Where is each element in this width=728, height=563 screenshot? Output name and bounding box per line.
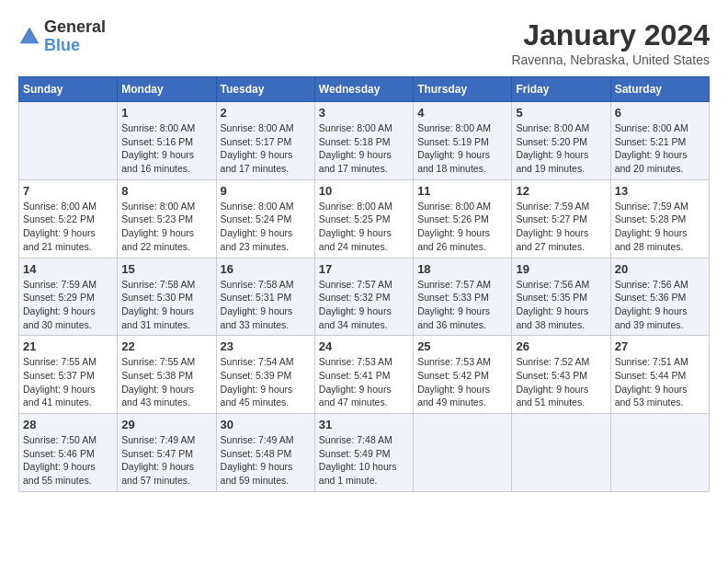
daylight-hours: Daylight: 9 hours and 27 minutes. bbox=[516, 226, 606, 253]
day-info: Sunrise: 7:55 AMSunset: 5:37 PMDaylight:… bbox=[23, 355, 113, 409]
sunset-time: Sunset: 5:24 PM bbox=[221, 213, 311, 226]
calendar: Sunday Monday Tuesday Wednesday Thursday… bbox=[18, 76, 710, 492]
daylight-hours: Daylight: 9 hours and 49 minutes. bbox=[417, 383, 507, 409]
sunrise-time: Sunrise: 7:55 AM bbox=[23, 355, 113, 369]
table-row: 22Sunrise: 7:55 AMSunset: 5:38 PMDayligh… bbox=[118, 336, 216, 414]
sunset-time: Sunset: 5:44 PM bbox=[615, 369, 705, 383]
table-row: 15Sunrise: 7:58 AMSunset: 5:30 PMDayligh… bbox=[118, 258, 216, 336]
table-row: 19Sunrise: 7:56 AMSunset: 5:35 PMDayligh… bbox=[512, 258, 610, 336]
daylight-hours: Daylight: 9 hours and 57 minutes. bbox=[121, 460, 211, 487]
daylight-hours: Daylight: 9 hours and 38 minutes. bbox=[516, 304, 606, 331]
day-info: Sunrise: 8:00 AMSunset: 5:19 PMDaylight:… bbox=[417, 121, 507, 176]
month-title: January 2024 bbox=[511, 18, 710, 52]
sunrise-time: Sunrise: 8:00 AM bbox=[221, 121, 311, 135]
col-thursday: Thursday bbox=[414, 77, 512, 102]
daylight-hours: Daylight: 9 hours and 22 minutes. bbox=[121, 226, 211, 253]
sunrise-time: Sunrise: 8:00 AM bbox=[23, 200, 113, 213]
col-wednesday: Wednesday bbox=[314, 77, 413, 102]
day-info: Sunrise: 7:56 AMSunset: 5:36 PMDaylight:… bbox=[615, 278, 705, 332]
day-number: 19 bbox=[516, 262, 606, 276]
sunrise-time: Sunrise: 7:58 AM bbox=[221, 278, 311, 292]
page-header: General Blue January 2024 Ravenna, Nebra… bbox=[18, 18, 710, 67]
table-row: 12Sunrise: 7:59 AMSunset: 5:27 PMDayligh… bbox=[512, 179, 610, 258]
day-info: Sunrise: 8:00 AMSunset: 5:24 PMDaylight:… bbox=[221, 200, 311, 254]
table-row: 6Sunrise: 8:00 AMSunset: 5:21 PMDaylight… bbox=[610, 102, 709, 180]
sunrise-time: Sunrise: 7:57 AM bbox=[319, 278, 409, 292]
table-row: 25Sunrise: 7:53 AMSunset: 5:42 PMDayligh… bbox=[414, 336, 512, 414]
table-row: 11Sunrise: 8:00 AMSunset: 5:26 PMDayligh… bbox=[414, 179, 512, 258]
day-info: Sunrise: 7:54 AMSunset: 5:39 PMDaylight:… bbox=[221, 355, 311, 409]
day-number: 1 bbox=[121, 106, 211, 120]
logo-icon bbox=[18, 26, 40, 48]
day-info: Sunrise: 7:55 AMSunset: 5:38 PMDaylight:… bbox=[121, 355, 211, 409]
daylight-hours: Daylight: 9 hours and 30 minutes. bbox=[23, 304, 113, 331]
calendar-row: 21Sunrise: 7:55 AMSunset: 5:37 PMDayligh… bbox=[19, 336, 710, 414]
sunrise-time: Sunrise: 7:49 AM bbox=[121, 433, 211, 447]
calendar-row: 14Sunrise: 7:59 AMSunset: 5:29 PMDayligh… bbox=[19, 258, 710, 336]
sunset-time: Sunset: 5:21 PM bbox=[615, 135, 705, 149]
logo-general: General bbox=[44, 18, 106, 37]
daylight-hours: Daylight: 9 hours and 47 minutes. bbox=[319, 383, 409, 409]
daylight-hours: Daylight: 9 hours and 18 minutes. bbox=[417, 148, 507, 175]
day-info: Sunrise: 7:59 AMSunset: 5:28 PMDaylight:… bbox=[615, 200, 705, 254]
daylight-hours: Daylight: 9 hours and 34 minutes. bbox=[319, 304, 409, 331]
table-row: 7Sunrise: 8:00 AMSunset: 5:22 PMDaylight… bbox=[19, 179, 118, 258]
title-section: January 2024 Ravenna, Nebraska, United S… bbox=[511, 18, 710, 67]
day-number: 4 bbox=[417, 106, 507, 120]
calendar-row: 1Sunrise: 8:00 AMSunset: 5:16 PMDaylight… bbox=[19, 102, 710, 180]
sunrise-time: Sunrise: 7:53 AM bbox=[417, 355, 507, 369]
logo: General Blue bbox=[18, 18, 106, 55]
sunrise-time: Sunrise: 8:00 AM bbox=[615, 121, 705, 135]
sunset-time: Sunset: 5:23 PM bbox=[121, 213, 211, 226]
day-number: 9 bbox=[221, 184, 311, 198]
table-row: 31Sunrise: 7:48 AMSunset: 5:49 PMDayligh… bbox=[314, 414, 413, 492]
sunset-time: Sunset: 5:35 PM bbox=[516, 291, 606, 304]
daylight-hours: Daylight: 9 hours and 51 minutes. bbox=[516, 383, 606, 409]
daylight-hours: Daylight: 9 hours and 16 minutes. bbox=[121, 148, 211, 175]
sunset-time: Sunset: 5:38 PM bbox=[121, 369, 211, 383]
sunrise-time: Sunrise: 8:00 AM bbox=[516, 121, 606, 135]
sunrise-time: Sunrise: 8:00 AM bbox=[319, 200, 409, 213]
day-info: Sunrise: 8:00 AMSunset: 5:17 PMDaylight:… bbox=[221, 121, 311, 176]
daylight-hours: Daylight: 9 hours and 59 minutes. bbox=[221, 460, 311, 487]
sunset-time: Sunset: 5:33 PM bbox=[417, 291, 507, 304]
sunset-time: Sunset: 5:48 PM bbox=[221, 447, 311, 461]
sunrise-time: Sunrise: 8:00 AM bbox=[319, 121, 409, 135]
table-row: 4Sunrise: 8:00 AMSunset: 5:19 PMDaylight… bbox=[414, 102, 512, 180]
day-number: 13 bbox=[615, 184, 705, 198]
sunset-time: Sunset: 5:22 PM bbox=[23, 213, 113, 226]
sunset-time: Sunset: 5:26 PM bbox=[417, 213, 507, 226]
day-number: 20 bbox=[615, 262, 705, 276]
table-row: 8Sunrise: 8:00 AMSunset: 5:23 PMDaylight… bbox=[118, 179, 216, 258]
day-number: 12 bbox=[516, 184, 606, 198]
sunset-time: Sunset: 5:19 PM bbox=[417, 135, 507, 149]
sunset-time: Sunset: 5:29 PM bbox=[23, 291, 113, 304]
sunrise-time: Sunrise: 7:48 AM bbox=[319, 433, 409, 447]
calendar-row: 28Sunrise: 7:50 AMSunset: 5:46 PMDayligh… bbox=[19, 414, 710, 492]
sunrise-time: Sunrise: 7:55 AM bbox=[121, 355, 211, 369]
table-row: 3Sunrise: 8:00 AMSunset: 5:18 PMDaylight… bbox=[314, 102, 413, 180]
daylight-hours: Daylight: 9 hours and 36 minutes. bbox=[417, 304, 507, 331]
day-info: Sunrise: 7:57 AMSunset: 5:32 PMDaylight:… bbox=[319, 278, 409, 332]
day-info: Sunrise: 7:56 AMSunset: 5:35 PMDaylight:… bbox=[516, 278, 606, 332]
table-row: 29Sunrise: 7:49 AMSunset: 5:47 PMDayligh… bbox=[118, 414, 216, 492]
day-number: 29 bbox=[121, 418, 211, 431]
table-row: 28Sunrise: 7:50 AMSunset: 5:46 PMDayligh… bbox=[19, 414, 118, 492]
day-number: 21 bbox=[23, 339, 113, 353]
daylight-hours: Daylight: 9 hours and 43 minutes. bbox=[121, 383, 211, 409]
day-number: 14 bbox=[23, 262, 113, 276]
daylight-hours: Daylight: 9 hours and 55 minutes. bbox=[23, 460, 113, 487]
sunrise-time: Sunrise: 8:00 AM bbox=[221, 200, 311, 213]
table-row: 5Sunrise: 8:00 AMSunset: 5:20 PMDaylight… bbox=[512, 102, 610, 180]
daylight-hours: Daylight: 9 hours and 23 minutes. bbox=[221, 226, 311, 253]
sunset-time: Sunset: 5:16 PM bbox=[121, 135, 211, 149]
table-row: 13Sunrise: 7:59 AMSunset: 5:28 PMDayligh… bbox=[610, 179, 709, 258]
daylight-hours: Daylight: 9 hours and 53 minutes. bbox=[615, 383, 705, 409]
day-info: Sunrise: 7:49 AMSunset: 5:47 PMDaylight:… bbox=[121, 433, 211, 488]
table-row: 21Sunrise: 7:55 AMSunset: 5:37 PMDayligh… bbox=[19, 336, 118, 414]
calendar-row: 7Sunrise: 8:00 AMSunset: 5:22 PMDaylight… bbox=[19, 179, 710, 258]
day-number: 25 bbox=[417, 339, 507, 353]
day-info: Sunrise: 7:53 AMSunset: 5:42 PMDaylight:… bbox=[417, 355, 507, 409]
sunrise-time: Sunrise: 7:53 AM bbox=[319, 355, 409, 369]
day-number: 6 bbox=[615, 106, 705, 120]
